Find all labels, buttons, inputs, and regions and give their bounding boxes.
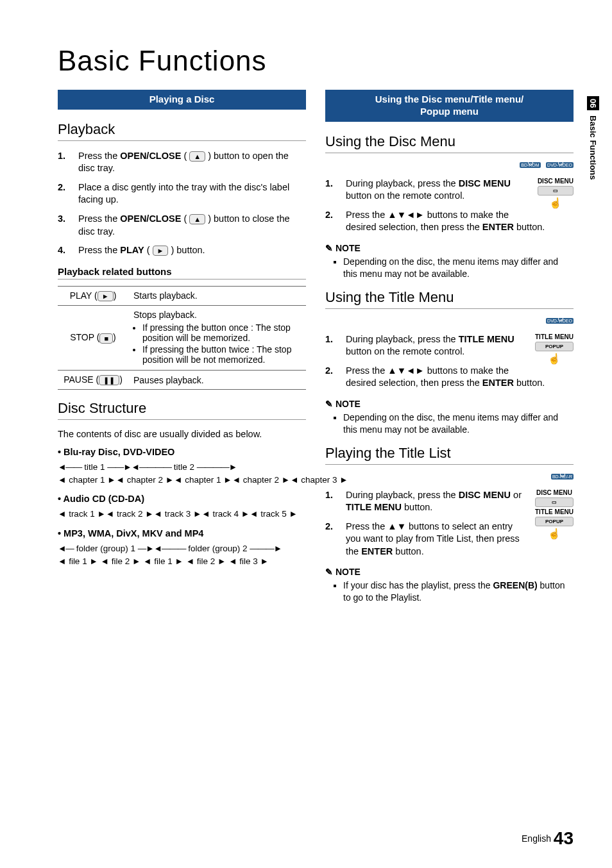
step: Press the ▲▼◄► buttons to make the desir… <box>325 209 574 234</box>
page-number: 43 <box>554 828 574 848</box>
left-column: Playing a Disc Playback Press the OPEN/C… <box>58 90 306 613</box>
disc-menu-steps: During playback, press the DISC MENU but… <box>325 178 574 234</box>
play-icon: ► <box>153 246 169 256</box>
note-list: Depending on the disc, the menu items ma… <box>325 412 574 436</box>
format-badges: DVD-VIDEO <box>325 318 574 330</box>
structure-diagram: ◄—— title 1 ——►◄———— title 2 ————► chapt… <box>58 461 306 486</box>
disc-menu-heading: Using the Disc Menu <box>325 133 574 153</box>
playback-related-heading: Playback related buttons <box>58 266 306 280</box>
pause-icon: ❚❚ <box>99 375 119 385</box>
disc-badge: BD-ROM <box>520 162 540 168</box>
title-list-heading: Playing the Title List <box>325 445 574 465</box>
note-label: NOTE <box>325 399 574 409</box>
playback-buttons-table: PLAY (►) Starts playback. STOP (■) Stops… <box>58 286 306 390</box>
disc-badge: BD-RE/-R <box>551 474 574 480</box>
right-column: Using the Disc menu/Title menu/ Popup me… <box>325 90 574 613</box>
content-columns: Playing a Disc Playback Press the OPEN/C… <box>58 90 574 613</box>
note-list: If your disc has the playlist, press the… <box>325 580 574 604</box>
playback-step: Press the PLAY ( ► ) button. <box>58 244 306 257</box>
side-tab: 06 Basic Functions <box>587 96 599 180</box>
structure-group-title: Blu-ray Disc, DVD-VIDEO <box>58 447 306 457</box>
playback-steps: Press the OPEN/CLOSE ( ▲ ) button to ope… <box>58 150 306 257</box>
section-band-playing-disc: Playing a Disc <box>58 90 306 110</box>
step: Press the ▲▼◄► buttons to make the desir… <box>325 365 574 390</box>
playback-step: Press the OPEN/CLOSE ( ▲ ) button to clo… <box>58 213 306 238</box>
page-title: Basic Functions <box>58 45 574 77</box>
section-band-disc-menu: Using the Disc menu/Title menu/ Popup me… <box>325 90 574 122</box>
note-list: Depending on the disc, the menu items ma… <box>325 256 574 280</box>
page-footer: English 43 <box>522 828 574 849</box>
format-badges: BD-ROM DVD-VIDEO <box>325 162 574 174</box>
table-row: STOP (■) Stops playback. If pressing the… <box>58 305 306 370</box>
table-row: PAUSE (❚❚) Pauses playback. <box>58 370 306 389</box>
disc-badge: DVD-VIDEO <box>546 318 574 324</box>
note-label: NOTE <box>325 567 574 577</box>
title-list-steps: During playback, press the DISC MENU or … <box>325 489 574 558</box>
disc-structure-intro: The contents of disc are usually divided… <box>58 429 306 439</box>
note-label: NOTE <box>325 243 574 253</box>
chapter-label: Basic Functions <box>588 115 598 179</box>
step: Press the ▲▼ buttons to select an entry … <box>325 521 574 558</box>
structure-group-title: MP3, WMA, DivX, MKV and MP4 <box>58 528 306 538</box>
step: During playback, press the DISC MENU or … <box>325 489 574 514</box>
chapter-number: 06 <box>587 96 599 110</box>
structure-group-title: Audio CD (CD-DA) <box>58 494 306 504</box>
format-badges: BD-RE/-R <box>325 474 574 485</box>
eject-icon: ▲ <box>189 151 205 162</box>
disc-structure-heading: Disc Structure <box>58 400 306 420</box>
disc-badge: DVD-VIDEO <box>546 162 574 168</box>
stop-icon: ■ <box>99 333 113 344</box>
step: During playback, press the DISC MENU but… <box>325 178 574 203</box>
playback-step: Place a disc gently into the tray with t… <box>58 181 306 206</box>
structure-diagram: track 1track 2track 3track 4track 5 <box>58 508 306 521</box>
footer-language: English <box>522 833 551 844</box>
play-icon: ► <box>98 291 114 301</box>
step: During playback, press the TITLE MENU bu… <box>325 333 574 358</box>
playback-step: Press the OPEN/CLOSE ( ▲ ) button to ope… <box>58 150 306 175</box>
structure-diagram: ◄— folder (group) 1 —►◄——— folder (group… <box>58 542 306 567</box>
table-row: PLAY (►) Starts playback. <box>58 286 306 305</box>
eject-icon: ▲ <box>189 214 205 224</box>
playback-heading: Playback <box>58 121 306 141</box>
title-menu-heading: Using the Title Menu <box>325 289 574 309</box>
